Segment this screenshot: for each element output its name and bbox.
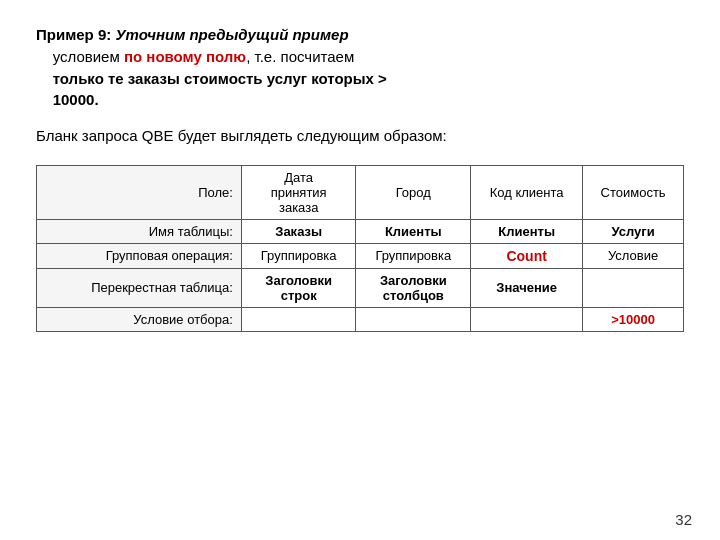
col2-crosstab: Заголовкистолбцов — [356, 268, 471, 307]
col3-condition — [471, 307, 583, 331]
col4-header: Стоимость — [583, 165, 684, 219]
condition-value: >10000 — [611, 312, 655, 327]
col2-header: Город — [356, 165, 471, 219]
table-row-tablename: Имя таблицы: Заказы Клиенты Клиенты Услу… — [37, 219, 684, 243]
col4-groupop: Условие — [583, 243, 684, 268]
col3-table: Клиенты — [471, 219, 583, 243]
condition-line4: 10000. — [53, 91, 99, 108]
second-paragraph: Бланк запроса QBE будет выглядеть следую… — [36, 125, 684, 147]
condition-suffix: , т.е. посчитаем — [246, 48, 354, 65]
col4-condition: >10000 — [583, 307, 684, 331]
second-para-text: Бланк запроса QBE будет выглядеть следую… — [36, 125, 684, 147]
col1-condition — [241, 307, 356, 331]
col2-table: Клиенты — [356, 219, 471, 243]
count-value: Count — [506, 248, 546, 264]
example-title: Уточним предыдущий пример — [111, 26, 348, 43]
intro-paragraph: Пример 9: Уточним предыдущий пример усло… — [36, 24, 684, 111]
label-pole: Поле: — [37, 165, 242, 219]
col4-crosstab — [583, 268, 684, 307]
example-label: Пример 9: — [36, 26, 111, 43]
col2-groupop: Группировка — [356, 243, 471, 268]
label-condition: Условие отбора: — [37, 307, 242, 331]
col2-condition — [356, 307, 471, 331]
col1-table: Заказы — [241, 219, 356, 243]
col4-table: Услуги — [583, 219, 684, 243]
label-crosstab: Перекрестная таблица: — [37, 268, 242, 307]
table-row-condition: Условие отбора: >10000 — [37, 307, 684, 331]
col1-crosstab: Заголовкистрок — [241, 268, 356, 307]
col3-crosstab: Значение — [471, 268, 583, 307]
qbe-table: Поле: Датапринятиязаказа Город Код клиен… — [36, 165, 684, 332]
new-field-label: по новому полю — [124, 48, 246, 65]
col3-groupop: Count — [471, 243, 583, 268]
table-row-crosstab: Перекрестная таблица: Заголовкистрок Заг… — [37, 268, 684, 307]
condition-line3: только те заказы стоимость услуг которых… — [53, 70, 387, 87]
table-row-groupop: Групповая операция: Группировка Группиро… — [37, 243, 684, 268]
col1-header: Датапринятиязаказа — [241, 165, 356, 219]
label-table: Имя таблицы: — [37, 219, 242, 243]
col3-header: Код клиента — [471, 165, 583, 219]
table-row-header: Поле: Датапринятиязаказа Город Код клиен… — [37, 165, 684, 219]
condition-prefix: условием — [53, 48, 124, 65]
col1-groupop: Группировка — [241, 243, 356, 268]
page-number: 32 — [675, 511, 692, 528]
label-groupop: Групповая операция: — [37, 243, 242, 268]
